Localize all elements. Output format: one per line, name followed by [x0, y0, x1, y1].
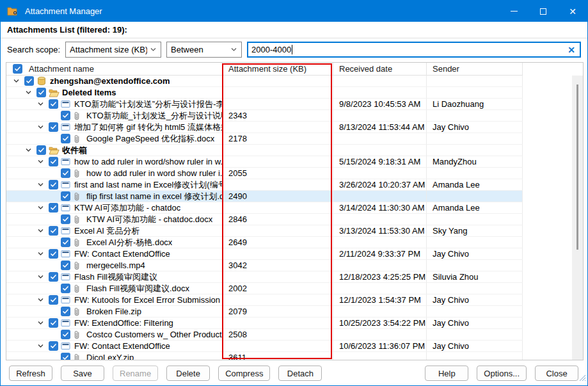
table-row[interactable]: Flash Fill视频审阅建议.docx2002: [6, 283, 583, 294]
column-header-attachment-size[interactable]: Attachment size (KB): [223, 63, 333, 76]
compress-button[interactable]: Compress: [218, 366, 270, 381]
scope-dropdown[interactable]: Attachment size (KB): [65, 42, 161, 58]
indent-spacer: [6, 161, 37, 162]
table-row[interactable]: KTW AI可添加功能 - chatdoc.docx2846: [6, 214, 583, 225]
date-cell: [333, 145, 427, 156]
chevron-down-icon[interactable]: [37, 296, 49, 303]
row-checkbox[interactable]: [49, 295, 58, 305]
chevron-down-icon[interactable]: [13, 77, 24, 84]
row-checkbox[interactable]: [49, 226, 58, 236]
table-row[interactable]: DicoLexY.zip3611: [6, 352, 583, 360]
table-row[interactable]: FW: Contact ExtendOffice2/11/2024 9:33:3…: [6, 248, 583, 260]
row-checkbox[interactable]: [49, 203, 58, 213]
column-header-sender[interactable]: Sender: [427, 63, 523, 76]
row-checkbox[interactable]: [49, 157, 58, 166]
minimize-button[interactable]: [499, 1, 528, 22]
chevron-down-icon[interactable]: [25, 147, 36, 154]
indent-spacer: [6, 288, 49, 289]
attachment-name-cell: how to add ruler in word show ruler i...: [6, 168, 223, 179]
table-row[interactable]: Excel AI分析-杨艳.docx2649: [6, 237, 583, 248]
column-header-received-date[interactable]: Received date: [333, 63, 427, 76]
table-row[interactable]: zhengshan@extendoffice.com: [6, 76, 583, 87]
chevron-down-icon[interactable]: [37, 342, 49, 350]
table-row[interactable]: KTO新功能“计划发送”分析与设计报告-李...9/8/2023 10:45:5…: [6, 99, 583, 110]
folder-gear-icon: [7, 6, 19, 16]
row-checkbox[interactable]: [61, 330, 70, 339]
chevron-down-icon[interactable]: [25, 89, 36, 96]
row-checkbox[interactable]: [61, 237, 70, 247]
row-checkbox[interactable]: [36, 145, 46, 155]
table-row[interactable]: 增加了如何将 gif 转化为 html5 流媒体格式...8/13/2024 1…: [6, 122, 583, 133]
chevron-down-icon[interactable]: [37, 181, 49, 188]
chevron-down-icon[interactable]: [37, 124, 49, 131]
table-row[interactable]: Flash Fill视频审阅建议12/18/2023 4:25:25 PMSil…: [6, 271, 583, 283]
row-checkbox[interactable]: [61, 353, 70, 360]
chevron-down-icon[interactable]: [37, 158, 49, 165]
close-button[interactable]: ✕: [558, 1, 587, 22]
table-row[interactable]: Broken File.zip2079: [6, 306, 583, 318]
table-row[interactable]: Deleted Items: [6, 87, 583, 99]
table-row[interactable]: Google PageSpeed 优化指标.docx2178: [6, 133, 583, 145]
row-checkbox[interactable]: [24, 76, 34, 86]
chevron-down-icon[interactable]: [37, 227, 49, 234]
chevron-down-icon[interactable]: [37, 319, 49, 326]
indent-spacer: [6, 230, 37, 231]
chevron-down-icon[interactable]: [37, 204, 49, 211]
row-checkbox[interactable]: [49, 341, 58, 351]
row-checkbox[interactable]: [36, 88, 46, 97]
attachment-name-cell: flip first last name in excel 修改计划.docx: [6, 191, 223, 202]
table-row[interactable]: KTW AI可添加功能 - chatdoc3/14/2024 11:30:30 …: [6, 202, 583, 214]
save-button[interactable]: Save: [61, 366, 104, 381]
table-row[interactable]: how to add ruler in word show ruler i...…: [6, 168, 583, 179]
row-checkbox[interactable]: [49, 249, 58, 259]
size-range-input[interactable]: 2000-4000 ✕: [247, 42, 581, 58]
chevron-down-icon[interactable]: [37, 273, 49, 280]
table-row[interactable]: FW: Kutools for Excel Error Submission12…: [6, 294, 583, 306]
row-checkbox[interactable]: [61, 214, 70, 224]
row-checkbox[interactable]: [61, 134, 70, 143]
table-row[interactable]: FW: Contact ExtendOffice10/6/2023 11:36:…: [6, 341, 583, 352]
row-checkbox[interactable]: [49, 180, 58, 189]
table-row[interactable]: Costco Customers w_ Other Product I...25…: [6, 329, 583, 341]
row-checkbox[interactable]: [49, 122, 58, 132]
row-checkbox[interactable]: [61, 191, 70, 201]
help-button[interactable]: Help: [425, 366, 468, 381]
clear-search-button[interactable]: ✕: [568, 45, 575, 54]
table-row[interactable]: Excel AI 竞品分析3/13/2024 11:53:30 AMSky Ya…: [6, 225, 583, 237]
row-checkbox[interactable]: [61, 261, 70, 270]
operator-dropdown[interactable]: Between: [166, 42, 242, 58]
size-cell: 2178: [223, 133, 333, 145]
chevron-down-icon[interactable]: [37, 250, 49, 257]
table-row[interactable]: first and last name in Excel修改计划(编号...3/…: [6, 179, 583, 191]
table-row[interactable]: 收件箱: [6, 145, 583, 156]
date-cell: 3/26/2024 10:20:37 AM: [333, 179, 427, 191]
row-checkbox[interactable]: [49, 318, 58, 328]
row-checkbox[interactable]: [61, 284, 70, 293]
table-row[interactable]: how to add ruler in word/show ruler in w…: [6, 156, 583, 168]
row-label: how to add ruler in word show ruler i...: [86, 168, 222, 178]
table-row[interactable]: flip first last name in excel 修改计划.docx2…: [6, 191, 583, 202]
row-checkbox[interactable]: [61, 307, 70, 316]
detach-button[interactable]: Detach: [278, 366, 322, 381]
table-row[interactable]: KTO新功能_计划发送_分析与设计说明...2343: [6, 110, 583, 122]
select-all-checkbox[interactable]: [13, 64, 22, 74]
scrollbar-thumb[interactable]: [576, 84, 578, 250]
column-header-attachment-name[interactable]: Attachment name: [6, 63, 223, 76]
close-dialog-button[interactable]: Close: [535, 366, 578, 381]
chevron-down-icon[interactable]: [37, 101, 49, 108]
options-button[interactable]: Options...: [477, 366, 527, 381]
table-row[interactable]: mergecells.mp43042: [6, 260, 583, 271]
titlebar: Attachment Manager ✕: [1, 1, 587, 22]
vertical-scrollbar[interactable]: [572, 76, 583, 360]
row-checkbox[interactable]: [61, 168, 70, 178]
resize-grip[interactable]: [578, 373, 586, 384]
delete-button[interactable]: Delete: [166, 366, 210, 381]
row-checkbox[interactable]: [49, 272, 58, 282]
attachment-name-cell: FW: ExtendOffice: Filtering: [6, 318, 223, 329]
email-icon: [61, 227, 72, 235]
maximize-button[interactable]: [528, 1, 558, 22]
table-row[interactable]: FW: ExtendOffice: Filtering10/25/2023 3:…: [6, 318, 583, 329]
row-checkbox[interactable]: [61, 111, 70, 120]
row-checkbox[interactable]: [49, 99, 58, 109]
refresh-button[interactable]: Refresh: [9, 366, 52, 381]
